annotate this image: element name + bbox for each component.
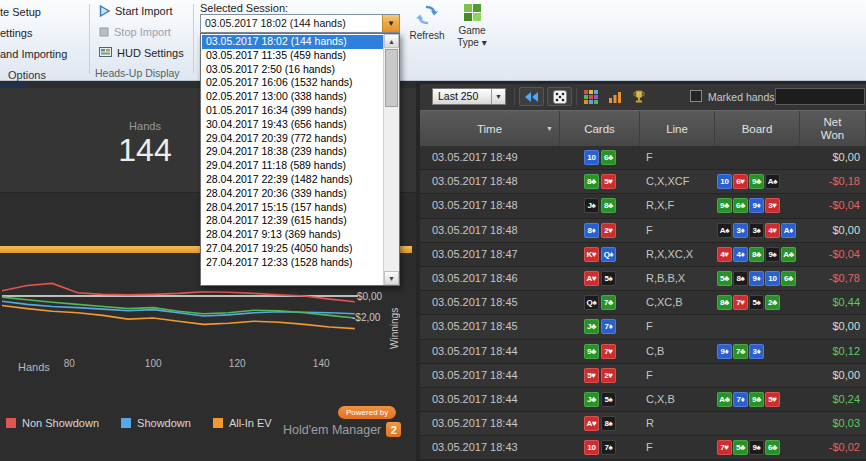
hand-row[interactable]: 03.05.2017 18:44A♥8♠R$0,03: [420, 412, 866, 436]
hand-row[interactable]: 03.05.2017 18:43107♠F7♥5♣9♠6♣-$0,02: [420, 436, 866, 460]
hole-cards: J♣7♦: [560, 315, 640, 338]
card-chip: J♣: [584, 319, 599, 334]
net-won: $0,44: [800, 291, 860, 314]
game-type-button[interactable]: Game Type ▾: [449, 4, 495, 49]
color-grid-icon: [584, 90, 598, 104]
session-option[interactable]: 03.05.2017 18:02 (144 hands): [202, 35, 383, 49]
menu-item[interactable]: ettings: [0, 23, 67, 44]
hole-cards: K♥Q♦: [560, 243, 640, 266]
hand-line: F: [646, 219, 653, 242]
board-cards: 4♥4♦8♣9♠A♣: [717, 243, 802, 266]
card-chip: 5♠: [601, 271, 616, 286]
session-option[interactable]: 02.05.2017 16:06 (1532 hands): [202, 76, 383, 90]
column-header-cards[interactable]: Cards: [560, 111, 640, 147]
card-chip: K♥: [584, 247, 599, 262]
range-filter-value: Last 250: [438, 89, 478, 104]
range-filter-combobox[interactable]: Last 250 ▼: [432, 88, 506, 105]
scrollbar-thumb[interactable]: [385, 49, 398, 107]
session-option[interactable]: 02.05.2017 13:00 (338 hands): [202, 90, 383, 104]
card-chip: 8♣: [749, 247, 764, 262]
hud-settings-button[interactable]: HUD Settings: [99, 47, 184, 59]
hand-row[interactable]: 03.05.2017 18:47K♥Q♦R,X,XC,X4♥4♦8♣9♠A♣-$…: [420, 243, 866, 267]
session-option[interactable]: 01.05.2017 16:34 (399 hands): [202, 104, 383, 118]
hand-row[interactable]: 03.05.2017 18:49106♣F$0,00: [420, 146, 866, 170]
session-option[interactable]: 30.04.2017 19:43 (656 hands): [202, 118, 383, 132]
hand-row[interactable]: 03.05.2017 18:48J♠8♣R,X,F9♣6♣9♦3♥-$0,04: [420, 194, 866, 218]
winnings-chart: [2, 278, 360, 348]
hand-row[interactable]: 03.05.2017 18:44J♣5♠C,X,BA♣7♦9♣5♥$0,24: [420, 388, 866, 412]
hand-row[interactable]: 03.05.2017 18:45Q♠7♣C,XC,B8♣7♥5♠2♣$0,44: [420, 291, 866, 315]
chart-series-non-showdown: [2, 283, 355, 301]
x-ticks: 80100120140: [0, 358, 400, 372]
refresh-button[interactable]: Refresh: [404, 4, 450, 42]
card-chip: A♠: [717, 223, 732, 238]
dropdown-scrollbar[interactable]: ▲ ▼: [383, 34, 399, 285]
sort-desc-icon[interactable]: ▼: [546, 125, 553, 132]
marked-hands-input[interactable]: [775, 88, 865, 105]
column-header-board[interactable]: Board: [715, 111, 800, 147]
hand-line: C,XC,B: [646, 291, 683, 314]
session-option[interactable]: 03.05.2017 11:35 (459 hands): [202, 49, 383, 63]
hand-time: 03.05.2017 18:43: [432, 436, 518, 459]
powered-by-badge: Powered by: [338, 406, 396, 419]
card-chip: 9♠: [749, 440, 764, 455]
card-chip: 8♦: [584, 223, 599, 238]
net-won: $0,00: [800, 146, 860, 169]
stop-import-button[interactable]: Stop Import: [99, 26, 171, 38]
card-chip: 10: [584, 440, 599, 455]
hand-time: 03.05.2017 18:44: [432, 364, 518, 387]
card-chip: 8♠: [733, 271, 748, 286]
start-import-button[interactable]: Start Import: [99, 5, 172, 17]
session-option[interactable]: 28.04.2017 12:39 (615 hands): [202, 214, 383, 228]
combobox-arrow-icon[interactable]: ▼: [491, 89, 505, 104]
session-combobox[interactable]: 03.05.2017 18:02 (144 hands) ▼: [200, 14, 400, 33]
separator: [514, 88, 515, 105]
refresh-icon: [416, 4, 438, 26]
column-header-line[interactable]: Line: [640, 111, 715, 147]
card-chip: 3♦: [749, 344, 764, 359]
session-option[interactable]: 03.05.2017 2:50 (16 hands): [202, 63, 383, 77]
hand-row[interactable]: 03.05.2017 18:45J♣7♦F$0,00: [420, 315, 866, 339]
net-won: $0,03: [800, 412, 860, 435]
session-option[interactable]: 28.04.2017 22:39 (1482 hands): [202, 173, 383, 187]
hand-row[interactable]: 03.05.2017 18:46A♥5♠R,B,B,X5♣8♠9♦106♣-$0…: [420, 267, 866, 291]
replay-hand-button[interactable]: [519, 87, 544, 106]
session-option[interactable]: 28.04.2017 15:15 (157 hands): [202, 201, 383, 215]
hole-cards: 5♥2♥: [560, 364, 640, 387]
session-option[interactable]: 29.04.2017 18:38 (239 hands): [202, 145, 383, 159]
hand-row[interactable]: 03.05.2017 18:449♣7♥C,B9♦7♣3♦$0,12: [420, 340, 866, 364]
hand-row[interactable]: 03.05.2017 18:488♦2♥FA♠3♦3♠4♥A♦$0,00: [420, 219, 866, 243]
card-chip: 7♥: [717, 440, 732, 455]
card-chip: 3♦: [733, 223, 748, 238]
session-option[interactable]: 27.04.2017 19:25 (4050 hands): [202, 242, 383, 256]
session-option[interactable]: 28.04.2017 20:36 (339 hands): [202, 187, 383, 201]
hand-line: C,B: [646, 340, 664, 363]
random-hand-button[interactable]: [547, 87, 572, 106]
board-cards: A♠3♦3♠4♥A♦: [717, 219, 802, 242]
card-chip: J♠: [584, 198, 599, 213]
session-option[interactable]: 27.04.2017 12:33 (1528 hands): [202, 256, 383, 270]
graph-button[interactable]: [606, 89, 624, 105]
hand-row[interactable]: 03.05.2017 18:488♣5♥C,X,XCF106♥9♣A♠-$0,1…: [420, 170, 866, 194]
color-grid-button[interactable]: [582, 89, 600, 105]
menu-item[interactable]: and Importing: [0, 44, 67, 65]
board-cards: 7♥5♣9♠6♣: [717, 436, 802, 459]
scroll-down-icon[interactable]: ▼: [384, 271, 399, 285]
hole-cards: A♥8♠: [560, 412, 640, 435]
scroll-up-icon[interactable]: ▲: [384, 34, 399, 48]
tourney-button[interactable]: [630, 89, 648, 105]
session-option[interactable]: 29.04.2017 20:39 (772 hands): [202, 132, 383, 146]
session-option[interactable]: 28.04.2017 9:13 (369 hands): [202, 228, 383, 242]
hand-row[interactable]: 03.05.2017 18:445♥2♥F$0,00: [420, 364, 866, 388]
hands-table-header: Time ▼ Cards Line Board Net Won: [420, 110, 866, 146]
combobox-arrow-icon[interactable]: ▼: [382, 15, 399, 32]
menu-item[interactable]: te Setup: [0, 2, 67, 23]
net-won: -$0,04: [800, 243, 860, 266]
column-header-time[interactable]: Time ▼: [420, 111, 560, 147]
column-header-net-won[interactable]: Net Won: [800, 111, 866, 147]
session-option[interactable]: 29.04.2017 11:18 (589 hands): [202, 159, 383, 173]
marked-hands-checkbox[interactable]: [690, 90, 702, 102]
hand-line: C,X,XCF: [646, 170, 689, 193]
board-cards: 106♥9♣A♠: [717, 170, 802, 193]
column-label: Net Won: [817, 116, 849, 142]
